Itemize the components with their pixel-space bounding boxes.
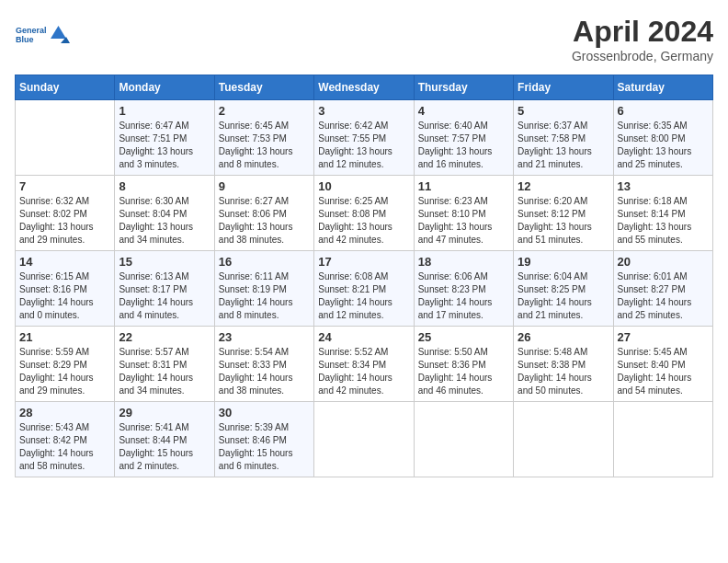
day-info: Sunrise: 5:41 AMSunset: 8:44 PMDaylight:…	[119, 421, 210, 473]
day-number: 28	[19, 406, 110, 419]
day-info: Sunrise: 6:35 AMSunset: 8:00 PMDaylight:…	[618, 120, 709, 171]
day-info: Sunrise: 5:48 AMSunset: 8:38 PMDaylight:…	[518, 346, 609, 397]
day-info: Sunrise: 5:45 AMSunset: 8:40 PMDaylight:…	[618, 346, 709, 397]
day-number: 25	[418, 330, 509, 344]
day-number: 8	[119, 179, 210, 193]
week-row-5: 28Sunrise: 5:43 AMSunset: 8:42 PMDayligh…	[16, 402, 713, 477]
day-cell	[314, 402, 414, 477]
page-header: General Blue April 2024 Grossenbrode, Ge…	[15, 15, 713, 63]
day-info: Sunrise: 6:30 AMSunset: 8:04 PMDaylight:…	[119, 195, 210, 247]
day-number: 12	[518, 179, 609, 193]
calendar-table: SundayMondayTuesdayWednesdayThursdayFrid…	[15, 75, 713, 477]
header-day-sunday: Sunday	[16, 75, 115, 100]
day-cell: 23Sunrise: 5:54 AMSunset: 8:33 PMDayligh…	[214, 327, 313, 402]
day-info: Sunrise: 5:50 AMSunset: 8:36 PMDaylight:…	[418, 346, 509, 397]
calendar-body: 1Sunrise: 6:47 AMSunset: 7:51 PMDaylight…	[16, 100, 713, 477]
day-number: 26	[518, 330, 609, 344]
day-cell: 14Sunrise: 6:15 AMSunset: 8:16 PMDayligh…	[16, 251, 115, 327]
header-day-monday: Monday	[115, 75, 214, 100]
svg-text:General: General	[16, 26, 47, 35]
day-cell: 1Sunrise: 6:47 AMSunset: 7:51 PMDaylight…	[115, 100, 214, 176]
day-number: 27	[618, 330, 709, 344]
day-number: 2	[219, 104, 310, 118]
day-info: Sunrise: 6:27 AMSunset: 8:06 PMDaylight:…	[219, 195, 310, 247]
day-info: Sunrise: 5:57 AMSunset: 8:31 PMDaylight:…	[119, 346, 210, 397]
day-cell: 7Sunrise: 6:32 AMSunset: 8:02 PMDaylight…	[16, 176, 115, 251]
day-number: 4	[418, 104, 509, 118]
day-cell: 9Sunrise: 6:27 AMSunset: 8:06 PMDaylight…	[214, 176, 313, 251]
svg-marker-2	[51, 26, 66, 39]
day-number: 22	[119, 330, 210, 344]
day-number: 5	[518, 104, 609, 118]
logo-svg: General Blue	[15, 15, 70, 59]
day-cell: 19Sunrise: 6:04 AMSunset: 8:25 PMDayligh…	[514, 251, 613, 327]
header-day-tuesday: Tuesday	[214, 75, 313, 100]
day-info: Sunrise: 6:11 AMSunset: 8:19 PMDaylight:…	[219, 270, 310, 322]
day-cell: 10Sunrise: 6:25 AMSunset: 8:08 PMDayligh…	[314, 176, 414, 251]
day-cell	[613, 402, 712, 477]
week-row-4: 21Sunrise: 5:59 AMSunset: 8:29 PMDayligh…	[16, 327, 713, 402]
day-info: Sunrise: 5:59 AMSunset: 8:29 PMDaylight:…	[19, 346, 110, 397]
header-row: SundayMondayTuesdayWednesdayThursdayFrid…	[16, 75, 713, 100]
day-number: 24	[318, 330, 409, 344]
day-cell: 11Sunrise: 6:23 AMSunset: 8:10 PMDayligh…	[414, 176, 513, 251]
week-row-3: 14Sunrise: 6:15 AMSunset: 8:16 PMDayligh…	[16, 251, 713, 327]
location: Grossenbrode, Germany	[572, 49, 713, 63]
day-number: 16	[219, 255, 310, 269]
day-cell: 20Sunrise: 6:01 AMSunset: 8:27 PMDayligh…	[613, 251, 712, 327]
day-info: Sunrise: 6:25 AMSunset: 8:08 PMDaylight:…	[318, 195, 409, 247]
day-info: Sunrise: 6:23 AMSunset: 8:10 PMDaylight:…	[418, 195, 509, 247]
day-info: Sunrise: 6:37 AMSunset: 7:58 PMDaylight:…	[518, 120, 609, 171]
day-cell: 17Sunrise: 6:08 AMSunset: 8:21 PMDayligh…	[314, 251, 414, 327]
day-info: Sunrise: 6:01 AMSunset: 8:27 PMDaylight:…	[618, 270, 709, 322]
day-cell: 24Sunrise: 5:52 AMSunset: 8:34 PMDayligh…	[314, 327, 414, 402]
day-cell: 22Sunrise: 5:57 AMSunset: 8:31 PMDayligh…	[115, 327, 214, 402]
day-number: 30	[219, 406, 310, 419]
day-cell: 8Sunrise: 6:30 AMSunset: 8:04 PMDaylight…	[115, 176, 214, 251]
day-cell: 2Sunrise: 6:45 AMSunset: 7:53 PMDaylight…	[214, 100, 313, 176]
day-number: 21	[19, 330, 110, 344]
day-number: 18	[418, 255, 509, 269]
day-number: 19	[518, 255, 609, 269]
day-number: 17	[318, 255, 409, 269]
day-info: Sunrise: 6:13 AMSunset: 8:17 PMDaylight:…	[119, 270, 210, 322]
day-cell: 12Sunrise: 6:20 AMSunset: 8:12 PMDayligh…	[514, 176, 613, 251]
day-cell: 25Sunrise: 5:50 AMSunset: 8:36 PMDayligh…	[414, 327, 513, 402]
day-info: Sunrise: 6:06 AMSunset: 8:23 PMDaylight:…	[418, 270, 509, 322]
day-cell	[16, 100, 115, 176]
header-day-thursday: Thursday	[414, 75, 513, 100]
month-title: April 2024	[572, 15, 713, 49]
header-day-saturday: Saturday	[613, 75, 712, 100]
day-info: Sunrise: 6:08 AMSunset: 8:21 PMDaylight:…	[318, 270, 409, 322]
day-number: 15	[119, 255, 210, 269]
day-cell: 29Sunrise: 5:41 AMSunset: 8:44 PMDayligh…	[115, 402, 214, 477]
week-row-1: 1Sunrise: 6:47 AMSunset: 7:51 PMDaylight…	[16, 100, 713, 176]
header-day-friday: Friday	[514, 75, 613, 100]
day-info: Sunrise: 6:47 AMSunset: 7:51 PMDaylight:…	[119, 120, 210, 171]
day-cell: 30Sunrise: 5:39 AMSunset: 8:46 PMDayligh…	[214, 402, 313, 477]
day-number: 9	[219, 179, 310, 193]
day-cell: 21Sunrise: 5:59 AMSunset: 8:29 PMDayligh…	[16, 327, 115, 402]
calendar-header: SundayMondayTuesdayWednesdayThursdayFrid…	[16, 75, 713, 100]
day-number: 29	[119, 406, 210, 419]
title-block: April 2024 Grossenbrode, Germany	[572, 15, 713, 63]
week-row-2: 7Sunrise: 6:32 AMSunset: 8:02 PMDaylight…	[16, 176, 713, 251]
day-cell: 4Sunrise: 6:40 AMSunset: 7:57 PMDaylight…	[414, 100, 513, 176]
day-info: Sunrise: 5:43 AMSunset: 8:42 PMDaylight:…	[19, 421, 110, 473]
day-cell	[514, 402, 613, 477]
logo: General Blue	[15, 15, 70, 59]
day-info: Sunrise: 5:54 AMSunset: 8:33 PMDaylight:…	[219, 346, 310, 397]
day-number: 3	[318, 104, 409, 118]
day-cell: 15Sunrise: 6:13 AMSunset: 8:17 PMDayligh…	[115, 251, 214, 327]
day-info: Sunrise: 6:15 AMSunset: 8:16 PMDaylight:…	[19, 270, 110, 322]
svg-text:Blue: Blue	[16, 35, 34, 44]
day-cell: 13Sunrise: 6:18 AMSunset: 8:14 PMDayligh…	[613, 176, 712, 251]
day-info: Sunrise: 6:45 AMSunset: 7:53 PMDaylight:…	[219, 120, 310, 171]
day-info: Sunrise: 5:39 AMSunset: 8:46 PMDaylight:…	[219, 421, 310, 473]
day-cell: 5Sunrise: 6:37 AMSunset: 7:58 PMDaylight…	[514, 100, 613, 176]
day-info: Sunrise: 6:40 AMSunset: 7:57 PMDaylight:…	[418, 120, 509, 171]
day-cell: 6Sunrise: 6:35 AMSunset: 8:00 PMDaylight…	[613, 100, 712, 176]
day-cell	[414, 402, 513, 477]
day-cell: 3Sunrise: 6:42 AMSunset: 7:55 PMDaylight…	[314, 100, 414, 176]
day-cell: 18Sunrise: 6:06 AMSunset: 8:23 PMDayligh…	[414, 251, 513, 327]
